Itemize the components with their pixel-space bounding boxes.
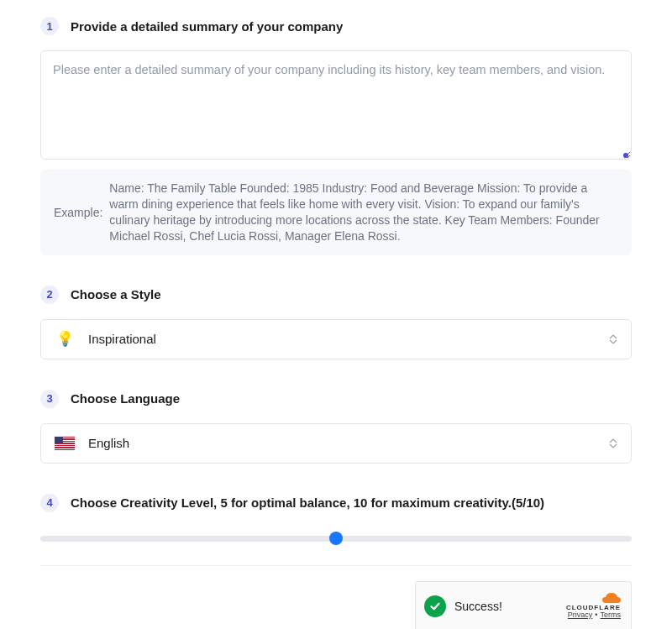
form-wrapper: 1 Provide a detailed summary of your com… — [17, 0, 655, 629]
style-select[interactable]: 💡 Inspirational — [40, 319, 632, 359]
step-number: 3 — [40, 390, 59, 408]
page: 1 Provide a detailed summary of your com… — [0, 0, 672, 629]
creativity-slider[interactable] — [40, 536, 632, 542]
example-label: Example: — [54, 206, 102, 219]
slider-thumb[interactable] — [329, 532, 343, 545]
footer: Success! CLOUDFLARE Privacy•Terms — [40, 581, 632, 629]
language-value: English — [88, 436, 129, 450]
style-value: Inspirational — [88, 332, 156, 346]
section-language: 3 Choose Language English — [40, 390, 632, 464]
step-title: Provide a detailed summary of your compa… — [71, 19, 343, 34]
step-number: 4 — [40, 494, 59, 512]
section-creativity: 4 Choose Creativity Level, 5 for optimal… — [40, 494, 632, 542]
step-number: 2 — [40, 286, 59, 304]
section-head: 1 Provide a detailed summary of your com… — [40, 17, 632, 35]
section-head: 4 Choose Creativity Level, 5 for optimal… — [40, 494, 632, 512]
step-title: Choose a Style — [71, 287, 161, 301]
textarea-wrap — [40, 50, 632, 163]
section-style: 2 Choose a Style 💡 Inspirational — [40, 286, 632, 359]
cloudflare-logo-icon — [602, 593, 621, 603]
resize-handle-icon[interactable] — [623, 153, 628, 158]
example-box: Example: Name: The Family Table Founded:… — [40, 170, 632, 255]
section-head: 2 Choose a Style — [40, 286, 632, 304]
terms-link[interactable]: Terms — [601, 611, 622, 619]
example-body: Name: The Family Table Founded: 1985 Ind… — [109, 181, 618, 244]
privacy-link[interactable]: Privacy — [568, 611, 593, 619]
divider — [40, 565, 632, 566]
language-select[interactable]: English — [40, 423, 632, 464]
step-title: Choose Creativity Level, 5 for optimal b… — [71, 495, 544, 510]
link-separator: • — [595, 611, 597, 619]
flag-us-icon — [55, 437, 75, 450]
section-company-summary: 1 Provide a detailed summary of your com… — [40, 17, 632, 255]
company-summary-input[interactable] — [40, 50, 632, 160]
step-title: Choose Language — [71, 391, 180, 406]
success-check-icon — [424, 595, 446, 617]
captcha-status: Success! — [454, 600, 502, 613]
captcha-widget: Success! CLOUDFLARE Privacy•Terms — [415, 581, 632, 629]
section-head: 3 Choose Language — [40, 390, 632, 408]
lightbulb-icon: 💡 — [55, 329, 75, 349]
cloudflare-brand: CLOUDFLARE Privacy•Terms — [566, 593, 621, 619]
chevron-up-down-icon — [609, 334, 617, 344]
footer-column: Success! CLOUDFLARE Privacy•Terms — [415, 581, 632, 629]
chevron-up-down-icon — [609, 438, 617, 448]
step-number: 1 — [40, 17, 59, 35]
cloudflare-links: Privacy•Terms — [566, 611, 621, 619]
